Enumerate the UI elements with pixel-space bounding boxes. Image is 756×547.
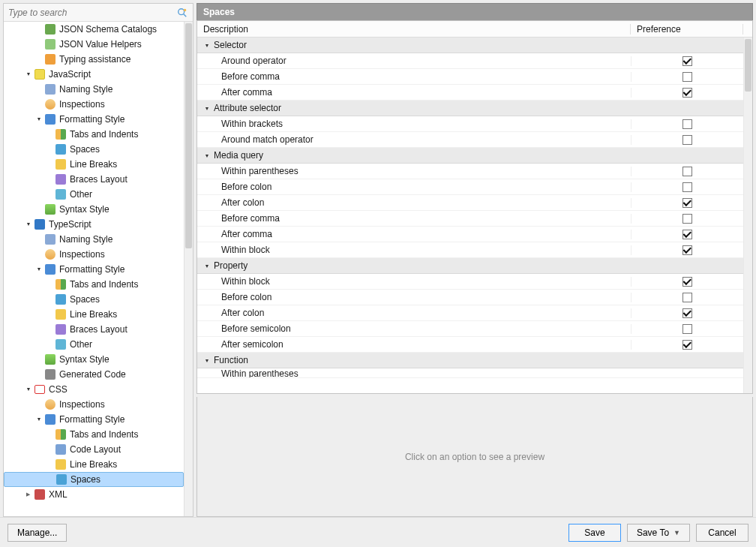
option-row[interactable]: Within brackets	[197, 116, 743, 132]
option-row[interactable]: Before colon	[197, 290, 743, 305]
collapse-arrow-icon[interactable]	[202, 104, 212, 113]
save-to-button[interactable]: Save To ▼	[627, 524, 690, 542]
option-row[interactable]: After colon	[197, 195, 743, 211]
tree-item-icon	[55, 128, 67, 140]
option-row[interactable]: Before colon	[197, 179, 743, 195]
tree-item[interactable]: Other	[4, 187, 184, 202]
option-group-header[interactable]: Selector	[197, 38, 743, 53]
tree-item[interactable]: Formatting Style	[4, 412, 184, 427]
option-row[interactable]: After semicolon	[197, 337, 743, 353]
search-input[interactable]	[8, 8, 176, 18]
option-checkbox[interactable]	[682, 324, 692, 334]
option-row[interactable]: Within parentheses	[197, 164, 743, 179]
tree-item[interactable]: Formatting Style	[4, 112, 184, 127]
grid-scrollbar[interactable]	[743, 38, 752, 393]
option-checkbox[interactable]	[682, 245, 692, 255]
tree-item[interactable]: Line Breaks	[4, 157, 184, 172]
option-checkbox[interactable]	[682, 119, 692, 129]
expand-arrow-icon[interactable]	[35, 416, 43, 423]
tree-item[interactable]: Spaces	[4, 472, 184, 487]
tree-item[interactable]: Inspections	[4, 97, 184, 112]
option-row[interactable]: Around match operator	[197, 132, 743, 148]
collapse-arrow-icon[interactable]	[202, 262, 212, 270]
option-row[interactable]: After comma	[197, 85, 743, 101]
expand-arrow-icon[interactable]	[25, 71, 32, 78]
tree-item[interactable]: Code Layout	[4, 442, 184, 457]
tree-item-label: Tabs and Indents	[70, 429, 138, 440]
option-row[interactable]: Before comma	[197, 69, 743, 85]
option-checkbox[interactable]	[682, 167, 692, 176]
option-row[interactable]: Before semicolon	[197, 321, 743, 337]
tree-item[interactable]: Braces Layout	[4, 322, 184, 337]
tree-item[interactable]: Syntax Style	[4, 202, 184, 217]
option-checkbox[interactable]	[682, 214, 692, 224]
option-checkbox[interactable]	[682, 56, 692, 66]
option-checkbox[interactable]	[682, 308, 692, 318]
option-checkbox[interactable]	[682, 182, 692, 192]
tree-item-icon	[55, 443, 67, 455]
column-preference[interactable]: Preference	[631, 24, 743, 35]
tree-item[interactable]: Typing assistance	[4, 52, 184, 67]
tree-item[interactable]: Syntax Style	[4, 352, 184, 367]
tree-item[interactable]: Tabs and Indents	[4, 277, 184, 292]
option-row[interactable]: Within parentheses	[197, 368, 743, 378]
option-row[interactable]: Before comma	[197, 211, 743, 227]
tree-item[interactable]: Line Breaks	[4, 307, 184, 322]
option-group-header[interactable]: Media query	[197, 148, 743, 164]
option-row[interactable]: Around operator	[197, 53, 743, 69]
save-button[interactable]: Save	[568, 524, 621, 542]
option-checkbox[interactable]	[682, 88, 692, 98]
option-checkbox[interactable]	[682, 72, 692, 82]
expand-arrow-icon[interactable]	[25, 491, 32, 498]
option-checkbox[interactable]	[682, 340, 692, 350]
expand-arrow-icon[interactable]	[25, 221, 32, 228]
option-checkbox[interactable]	[682, 198, 692, 208]
tree-item[interactable]: Spaces	[4, 142, 184, 157]
option-row[interactable]: Within block	[197, 242, 743, 258]
tree-item[interactable]: Tabs and Indents	[4, 127, 184, 142]
tree-item[interactable]: TypeScript	[4, 217, 184, 232]
option-group-header[interactable]: Attribute selector	[197, 101, 743, 116]
search-icon[interactable]	[176, 7, 188, 19]
tree-item[interactable]: Tabs and Indents	[4, 427, 184, 442]
option-checkbox[interactable]	[682, 230, 692, 239]
cancel-button[interactable]: Cancel	[696, 524, 748, 542]
tree-item[interactable]: Inspections	[4, 247, 184, 262]
tree-scrollbar[interactable]	[184, 22, 193, 516]
tree-item[interactable]: Inspections	[4, 397, 184, 412]
tree-item[interactable]: Naming Style	[4, 82, 184, 97]
tree-item[interactable]: JavaScript	[4, 67, 184, 82]
expand-arrow-icon[interactable]	[35, 266, 43, 273]
collapse-arrow-icon[interactable]	[202, 356, 212, 365]
option-row[interactable]: Within block	[197, 274, 743, 290]
option-checkbox[interactable]	[682, 277, 692, 287]
tree-scrollbar-thumb[interactable]	[185, 23, 192, 248]
option-row[interactable]: After comma	[197, 227, 743, 242]
tree-item[interactable]: Formatting Style	[4, 262, 184, 277]
settings-tree[interactable]: JSON Schema CatalogsJSON Value HelpersTy…	[4, 22, 184, 516]
tree-item[interactable]: Other	[4, 337, 184, 352]
grid-scrollbar-thumb[interactable]	[745, 39, 752, 92]
option-checkbox[interactable]	[682, 135, 692, 145]
tree-item[interactable]: Braces Layout	[4, 172, 184, 187]
collapse-arrow-icon[interactable]	[202, 41, 212, 50]
tree-item[interactable]: JSON Schema Catalogs	[4, 22, 184, 37]
option-row[interactable]: After colon	[197, 305, 743, 321]
tree-item-label: Braces Layout	[70, 324, 128, 335]
expand-arrow-icon[interactable]	[25, 386, 32, 393]
column-description[interactable]: Description	[197, 24, 631, 35]
option-checkbox[interactable]	[682, 293, 692, 302]
tree-item[interactable]: CSS	[4, 382, 184, 397]
expand-arrow-icon[interactable]	[35, 116, 43, 123]
tree-item[interactable]: Generated Code	[4, 367, 184, 382]
tree-item[interactable]: Naming Style	[4, 232, 184, 247]
option-group-header[interactable]: Property	[197, 258, 743, 274]
tree-item[interactable]: Spaces	[4, 292, 184, 307]
manage-button[interactable]: Manage...	[8, 524, 67, 542]
collapse-arrow-icon[interactable]	[202, 152, 212, 160]
tree-item[interactable]: Line Breaks	[4, 457, 184, 472]
option-group-header[interactable]: Function	[197, 353, 743, 368]
tree-item[interactable]: XML	[4, 487, 184, 502]
tree-item-label: JavaScript	[49, 69, 91, 80]
tree-item[interactable]: JSON Value Helpers	[4, 37, 184, 52]
